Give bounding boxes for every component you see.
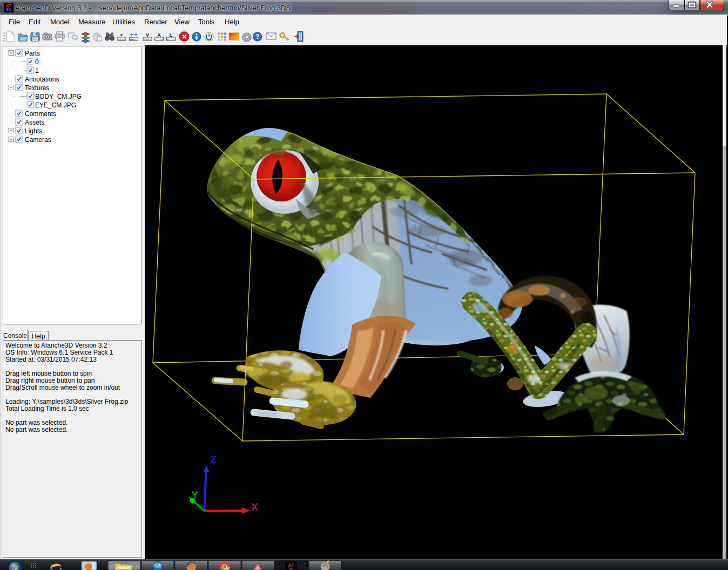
svg-text:Textures: Textures — [25, 84, 49, 92]
svg-text:Comments: Comments — [25, 110, 56, 118]
svg-text:Parts: Parts — [25, 50, 40, 57]
svg-text:1: 1 — [35, 67, 39, 74]
svg-text:Cameras: Cameras — [25, 136, 51, 144]
svg-text:3D: 3D — [289, 567, 294, 570]
svg-text:Assets: Assets — [25, 119, 44, 126]
svg-text:X: X — [252, 502, 258, 512]
svg-text:BODY_CM.JPG: BODY_CM.JPG — [35, 93, 82, 100]
svg-text:x: x — [120, 32, 123, 37]
svg-text:EYE_CM.JPG: EYE_CM.JPG — [35, 101, 76, 109]
svg-text:A: A — [157, 32, 161, 38]
svg-text:Annotations: Annotations — [25, 76, 59, 83]
svg-text:V: V — [146, 32, 149, 38]
svg-text:Lights: Lights — [25, 127, 42, 135]
svg-text:Z: Z — [211, 454, 216, 465]
svg-text:0: 0 — [35, 58, 39, 66]
svg-text:?: ? — [255, 33, 259, 40]
svg-text:Y: Y — [192, 490, 198, 500]
svg-text:L: L — [170, 32, 173, 38]
